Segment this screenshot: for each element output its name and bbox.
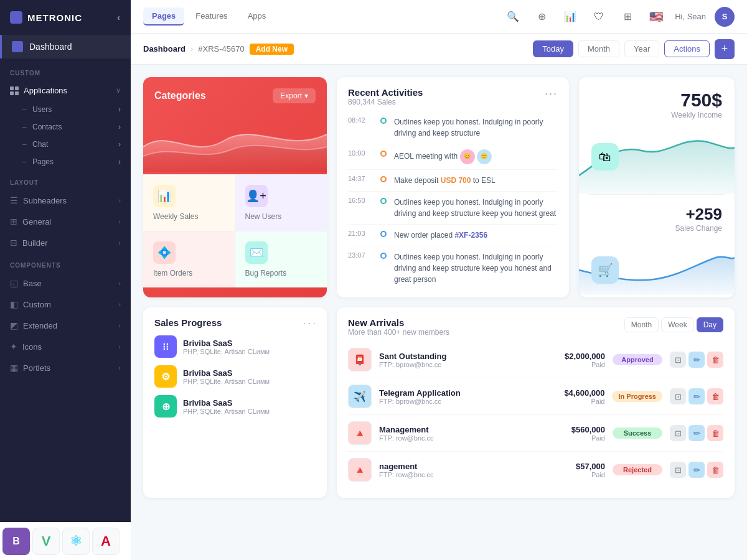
arrival-delete-2[interactable]: 🗑 <box>707 388 723 404</box>
btn-month[interactable]: Month <box>578 40 619 57</box>
tab-apps[interactable]: Apps <box>239 7 275 26</box>
sidebar-sub-users[interactable]: – Users › <box>0 101 131 118</box>
language-button[interactable]: 🇺🇸 <box>646 7 666 27</box>
activity-dot-2 <box>380 151 387 157</box>
arrival-copy-2[interactable]: ⊡ <box>670 388 686 404</box>
sales-change-value: +259 <box>591 205 722 224</box>
arrival-edit-1[interactable]: ✏ <box>688 352 705 368</box>
sidebar-item-dashboard[interactable]: Dashboard <box>0 35 131 58</box>
sales-name-1: Briviba SaaS <box>183 338 316 348</box>
sales-logo-1: ⁝⁝ <box>154 335 177 358</box>
sales-item-1: ⁝⁝ Briviba SaaS PHP, SQLite, Artisan CLи… <box>154 335 316 358</box>
tab-pages[interactable]: Pages <box>143 7 184 26</box>
arrival-paid-1: Paid <box>549 361 605 368</box>
search-button[interactable]: 🔍 <box>503 7 523 27</box>
breadcrumb-add-new[interactable]: Add New <box>250 44 294 55</box>
breadcrumb-separator: › <box>190 44 193 54</box>
arrival-badge-1: Approved <box>613 354 662 365</box>
arrivals-tab-month[interactable]: Month <box>624 317 659 332</box>
btn-today[interactable]: Today <box>533 40 573 57</box>
activity-item-6: 23:07 Outlines keep you honest. Indulgin… <box>348 246 558 290</box>
sidebar-item-extended[interactable]: ◩ Extended › <box>0 315 131 336</box>
sidebar-item-base[interactable]: ◱ Base › <box>0 273 131 294</box>
arrival-actions-3: ⊡ ✏ 🗑 <box>670 425 723 441</box>
arrival-copy-4[interactable]: ⊡ <box>670 462 686 478</box>
cat-weekly-sales[interactable]: 📊 Weekly Sales <box>143 174 235 231</box>
sidebar-logo: METRONIC ‹ <box>0 0 131 35</box>
arrivals-tab-day[interactable]: Day <box>697 317 723 332</box>
sidebar-item-builder[interactable]: ⊟ Builder › <box>0 232 131 253</box>
arrival-edit-3[interactable]: ✏ <box>688 425 705 441</box>
base-icon: ◱ <box>10 278 18 288</box>
arrivals-tab-week[interactable]: Week <box>661 317 693 332</box>
sales-change-section: +259 Sales Change <box>579 195 735 245</box>
export-button[interactable]: Export ▾ <box>273 88 316 103</box>
sidebar-section-custom: CUSTOM <box>0 61 131 80</box>
btn-add[interactable]: + <box>715 39 735 59</box>
arrival-copy-3[interactable]: ⊡ <box>670 425 686 441</box>
bootstrap-logo[interactable]: B <box>2 528 30 555</box>
arrival-actions-2: ⊡ ✏ 🗑 <box>670 388 723 404</box>
sidebar-section-layout: LAYOUT <box>0 170 131 190</box>
activity-text-5: New order placed #XF-2356 <box>394 230 558 241</box>
pages-chevron: › <box>118 157 121 166</box>
vue-logo[interactable]: V <box>32 528 60 555</box>
chart-button[interactable]: 📊 <box>560 7 580 27</box>
btn-actions[interactable]: Actions <box>664 40 710 57</box>
activity-time-3: 14:37 <box>348 175 373 182</box>
activity-dot-1 <box>380 118 387 124</box>
angular-logo[interactable]: A <box>92 528 120 555</box>
income-icon: 🛍 <box>591 143 619 170</box>
new-users-label: New Users <box>245 212 282 221</box>
arrival-amount-2: $4,600,000 <box>548 388 604 398</box>
sidebar-sub-chat[interactable]: – Chat › <box>0 136 131 153</box>
cat-item-orders[interactable]: 💠 Item Orders <box>143 231 235 287</box>
arrival-delete-4[interactable]: 🗑 <box>707 462 723 478</box>
activity-time-1: 08:42 <box>348 116 373 124</box>
sidebar-toggle[interactable]: ‹ <box>117 12 121 22</box>
cat-new-users[interactable]: 👤+ New Users <box>235 174 327 231</box>
contacts-chevron: › <box>118 123 121 131</box>
subheader: Dashboard › #XRS-45670 Add New Today Mon… <box>131 34 747 65</box>
btn-year[interactable]: Year <box>624 40 659 57</box>
arrival-delete-1[interactable]: 🗑 <box>707 352 723 368</box>
arrival-delete-3[interactable]: 🗑 <box>707 425 723 441</box>
sidebar-sub-pages[interactable]: – Pages › <box>0 153 131 170</box>
sidebar-item-custom[interactable]: ◧ Custom › <box>0 294 131 315</box>
sidebar-item-subheaders[interactable]: ☰ Subheaders › <box>0 190 131 211</box>
arrival-edit-2[interactable]: ✏ <box>688 388 705 404</box>
arrival-row-3: 🔺 Management FTP: row@bnc.cc $560,000 Pa… <box>348 415 723 452</box>
sidebar-item-icons[interactable]: ✦ Icons › <box>0 336 131 357</box>
deposit-highlight: USD 700 <box>441 176 471 185</box>
sidebar-item-applications[interactable]: Applications ∨ <box>0 80 131 101</box>
arrivals-table: 📮 Sant Outstanding FTP: bprow@bnc.cc $2,… <box>337 342 735 498</box>
breadcrumb: Dashboard › #XRS-45670 Add New <box>143 44 294 55</box>
sidebar-item-general[interactable]: ⊞ General › <box>0 211 131 232</box>
shield-button[interactable]: 🛡 <box>589 7 609 27</box>
weekly-sales-icon: 📊 <box>153 185 176 207</box>
activity-item-2: 10:00 AEOL meeting with 😊 🙂 <box>348 144 558 170</box>
bug-reports-label: Bug Reports <box>245 269 287 278</box>
sales-change-label: Sales Change <box>591 224 722 233</box>
arrival-ftp-1: FTP: bprow@bnc.cc <box>379 361 542 368</box>
tab-features[interactable]: Features <box>187 7 236 26</box>
arrival-copy-1[interactable]: ⊡ <box>670 352 686 368</box>
avatar-2: 🙂 <box>477 149 492 164</box>
sidebar-sub-contacts[interactable]: – Contacts › <box>0 118 131 136</box>
grid-button[interactable]: ⊞ <box>618 7 637 27</box>
sales-header: Sales Progress · · · <box>143 307 327 335</box>
arrival-name-3: Management <box>379 425 542 434</box>
user-avatar[interactable]: S <box>715 7 735 27</box>
network-button[interactable]: ⊕ <box>532 7 552 27</box>
sales-menu-button[interactable]: · · · <box>304 318 316 328</box>
general-chevron: › <box>118 218 121 225</box>
arrival-edit-4[interactable]: ✏ <box>688 462 705 478</box>
activities-menu-button[interactable]: ··· <box>545 87 558 100</box>
activities-title: Recent Activities <box>348 87 423 98</box>
react-logo[interactable]: ⚛ <box>62 528 90 555</box>
cat-bug-reports[interactable]: ✉️ Bug Reports <box>235 231 327 287</box>
activity-avatars: 😊 🙂 <box>460 149 492 164</box>
frameworks-bar: B V ⚛ A <box>0 522 131 560</box>
sales-item-2: ⚙ Briviba SaaS PHP, SQLite, Artisan CLим… <box>154 365 316 388</box>
sidebar-item-portlets[interactable]: ▦ Portlets › <box>0 357 131 378</box>
